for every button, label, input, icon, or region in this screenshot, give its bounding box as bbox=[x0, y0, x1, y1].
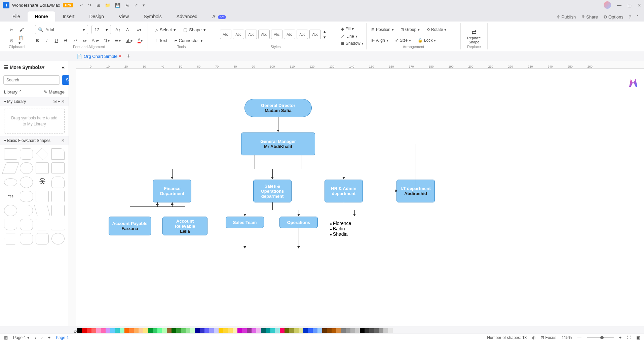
style-swatch[interactable]: Abc bbox=[220, 30, 231, 39]
fullscreen-icon[interactable]: ▣ bbox=[636, 335, 640, 340]
color-swatch[interactable] bbox=[350, 328, 355, 333]
canvas[interactable]: General Director Madam Safia General Man… bbox=[76, 69, 644, 326]
style-swatch[interactable]: Abc bbox=[233, 30, 244, 39]
color-swatch[interactable] bbox=[110, 328, 115, 333]
color-swatch[interactable] bbox=[256, 328, 261, 333]
color-swatch[interactable] bbox=[332, 328, 336, 333]
color-swatch[interactable] bbox=[383, 328, 388, 333]
color-swatch[interactable] bbox=[176, 328, 181, 333]
manage-button[interactable]: ✎ Manage bbox=[44, 89, 65, 94]
menu-design[interactable]: Design bbox=[82, 11, 111, 22]
text-tool[interactable]: T Text bbox=[153, 36, 169, 45]
zoom-level[interactable]: 115% bbox=[562, 335, 572, 340]
shape-storage[interactable] bbox=[51, 191, 65, 202]
style-down-icon[interactable]: ▾ bbox=[324, 35, 326, 40]
color-swatch[interactable] bbox=[172, 328, 176, 333]
replace-shape-icon[interactable]: ⇄ bbox=[471, 29, 477, 36]
node-finance[interactable]: Finance Department bbox=[153, 180, 191, 202]
shape-trap[interactable] bbox=[51, 219, 65, 230]
select-tool[interactable]: ▷ Select ▾ bbox=[153, 25, 178, 34]
node-manager[interactable]: General Manager Mr AbdiKhalif bbox=[241, 132, 315, 155]
color-swatch[interactable] bbox=[82, 328, 87, 333]
color-swatch[interactable] bbox=[346, 328, 350, 333]
font-select[interactable]: 🔍 Arial▾ bbox=[35, 25, 88, 34]
color-swatch[interactable] bbox=[388, 328, 393, 333]
color-swatch[interactable] bbox=[157, 328, 162, 333]
prev-page-icon[interactable]: ‹ bbox=[35, 335, 36, 340]
color-swatch[interactable] bbox=[200, 328, 204, 333]
line-spacing-icon[interactable]: ⇅▾ bbox=[104, 37, 110, 44]
next-page-icon[interactable]: › bbox=[41, 335, 43, 340]
add-tab-icon[interactable]: + bbox=[126, 53, 130, 60]
color-swatch[interactable] bbox=[317, 328, 322, 333]
color-swatch[interactable] bbox=[242, 328, 247, 333]
decrease-font-icon[interactable]: A↓ bbox=[125, 26, 132, 33]
export-icon[interactable]: ↗ bbox=[134, 3, 138, 8]
fill-button[interactable]: ◆ Fill ▾ bbox=[341, 26, 362, 32]
menu-file[interactable]: File bbox=[5, 11, 28, 22]
import-icon[interactable]: ⇲ bbox=[53, 99, 56, 104]
node-ar[interactable]: Account Reievable Leila bbox=[162, 217, 207, 235]
collapse-sidebar-icon[interactable]: « bbox=[62, 65, 65, 70]
node-ap[interactable]: Account Payable Farzana bbox=[109, 217, 151, 235]
color-swatch[interactable] bbox=[327, 328, 332, 333]
color-swatch[interactable] bbox=[275, 328, 280, 333]
search-input[interactable] bbox=[3, 75, 60, 85]
menu-insert[interactable]: Insert bbox=[55, 11, 82, 22]
close-icon[interactable]: ✕ bbox=[638, 3, 641, 8]
subscript-icon[interactable]: x₂ bbox=[82, 37, 87, 44]
more-symbols-button[interactable]: ☰ More Symbols▾ bbox=[4, 65, 44, 70]
shape-predefined[interactable] bbox=[51, 162, 65, 174]
align-icon[interactable]: ≡▾ bbox=[136, 26, 143, 33]
style-swatch[interactable]: Abc bbox=[245, 30, 257, 39]
shape-diamond[interactable] bbox=[36, 148, 48, 160]
color-swatch[interactable] bbox=[181, 328, 186, 333]
help-icon[interactable]: ? bbox=[629, 14, 631, 20]
collapse-ribbon-icon[interactable]: ˄ bbox=[637, 14, 639, 20]
color-swatch[interactable] bbox=[266, 328, 270, 333]
connector-tool[interactable]: ⌐ Connector ▾ bbox=[173, 36, 205, 45]
shape-rounded2[interactable] bbox=[20, 219, 33, 230]
shape-tool[interactable]: ▢ Shape ▾ bbox=[181, 25, 208, 34]
color-swatch[interactable] bbox=[96, 328, 101, 333]
highlight-icon[interactable]: ab▾ bbox=[126, 37, 133, 44]
color-swatch[interactable] bbox=[214, 328, 219, 333]
line-button[interactable]: ／ Line ▾ bbox=[341, 33, 362, 40]
my-library-section[interactable]: ▾ My Library bbox=[4, 99, 26, 104]
color-swatch[interactable] bbox=[360, 328, 365, 333]
color-swatch[interactable] bbox=[322, 328, 327, 333]
color-swatch[interactable] bbox=[252, 328, 256, 333]
shape-rounded4[interactable] bbox=[36, 233, 49, 244]
color-swatch[interactable] bbox=[341, 328, 346, 333]
node-director[interactable]: General Director Madam Safia bbox=[244, 99, 312, 117]
position-button[interactable]: ⊞ Position ▾ bbox=[371, 27, 394, 33]
color-swatch[interactable] bbox=[77, 328, 82, 333]
zoom-in-icon[interactable]: + bbox=[619, 335, 621, 340]
color-swatch[interactable] bbox=[115, 328, 120, 333]
add-lib-icon[interactable]: + bbox=[58, 99, 60, 104]
color-swatch[interactable] bbox=[87, 328, 91, 333]
shape-document[interactable] bbox=[51, 205, 65, 216]
size-button[interactable]: ⤢ Size ▾ bbox=[395, 37, 411, 43]
search-button[interactable]: Search bbox=[62, 75, 69, 85]
color-swatch[interactable] bbox=[280, 328, 285, 333]
color-swatch[interactable] bbox=[101, 328, 106, 333]
font-color-icon[interactable]: A▾ bbox=[138, 37, 143, 44]
align-button[interactable]: ⊫ Align ▾ bbox=[371, 37, 388, 43]
italic-icon[interactable]: I bbox=[44, 37, 49, 44]
color-swatch[interactable] bbox=[303, 328, 308, 333]
shape-yes[interactable]: Yes bbox=[4, 191, 17, 202]
shadow-button[interactable]: ◼ Shadow ▾ bbox=[341, 40, 362, 46]
shape-circle[interactable] bbox=[20, 177, 33, 188]
color-swatch[interactable] bbox=[247, 328, 252, 333]
color-swatch[interactable] bbox=[261, 328, 266, 333]
shape-terminator[interactable] bbox=[20, 162, 33, 174]
node-sales-ops[interactable]: Sales & Operations deparment bbox=[253, 180, 292, 202]
color-swatch[interactable] bbox=[299, 328, 303, 333]
undo-icon[interactable]: ↶ bbox=[80, 3, 83, 8]
shape-hexagon[interactable] bbox=[4, 233, 17, 244]
save-icon[interactable]: 💾 bbox=[115, 3, 120, 8]
menu-ai[interactable]: AI hot bbox=[205, 11, 233, 22]
color-swatch[interactable] bbox=[379, 328, 383, 333]
shape-parallelogram[interactable] bbox=[2, 162, 19, 174]
